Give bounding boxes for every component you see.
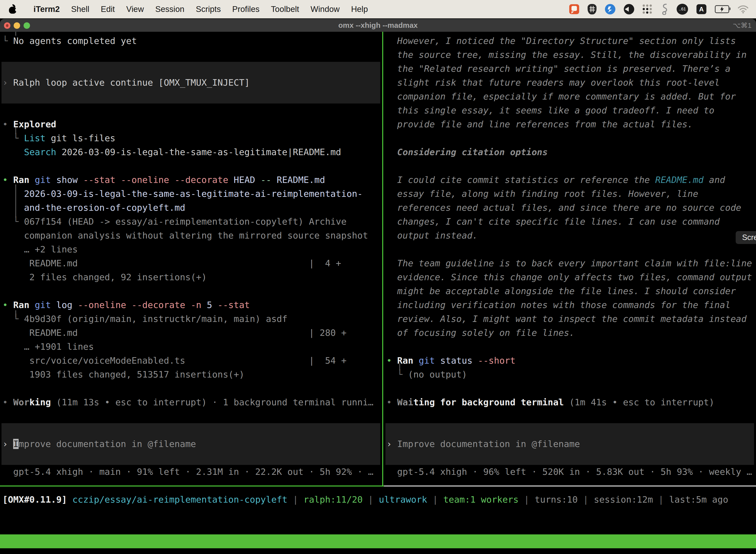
kaleidoscope-icon[interactable] (624, 4, 634, 14)
menu-item-shell[interactable]: Shell (65, 4, 95, 14)
menu-item-iterm2[interactable]: iTerm2 (28, 4, 65, 14)
terminal-row: might be acceptable alongside the file l… (386, 284, 736, 298)
menu-item-view[interactable]: View (121, 4, 149, 14)
terminal-row: └ 067f154 (HEAD -> essay/ai-reimplementa… (2, 215, 346, 229)
terminal-row: • Working (11m 13s • esc to interrupt) ·… (2, 395, 374, 409)
terminal-row: └ List git ls-files (2, 131, 115, 145)
terminal-row: Search 2026-03-09-is-legal-the-same-as-l… (2, 145, 341, 159)
terminal-row: • Ran git log --oneline --decorate -n 5 … (2, 298, 250, 312)
prompt-text: › Improve documentation in @filename (386, 437, 580, 451)
apps-grid-icon[interactable] (643, 4, 652, 14)
menu-item-session[interactable]: Session (149, 4, 190, 14)
terminal-row: Considering citation options (386, 145, 548, 159)
menu-item-scripts[interactable]: Scripts (190, 4, 227, 14)
menu-item-window[interactable]: Window (305, 4, 345, 14)
left-terminal-pane[interactable]: › Ralph loop active continue [OMX_TMUX_I… (0, 32, 382, 486)
screen-tooltip: Scre (736, 231, 756, 244)
terminal-row: the source tree, missing the essay. Stil… (386, 48, 747, 62)
terminal-row: … +2 lines (2, 242, 78, 257)
menu-item-profiles[interactable]: Profiles (227, 4, 265, 14)
pending-injection-box[interactable]: › Ralph loop active continue [OMX_TMUX_I… (1, 62, 380, 104)
terminal-row: evidence. Since this change only affects… (386, 270, 752, 284)
right-terminal-pane[interactable]: › Improve documentation in @filename gpt… (384, 32, 756, 486)
screenshot-app-icon[interactable] (569, 4, 579, 14)
terminal-row: src/voice/voiceModeEnabled.ts | 54 + (2, 354, 346, 368)
terminal-row: companion analysis without altering the … (2, 229, 368, 242)
terminal-row: this single essay, it seems like a good … (386, 104, 714, 117)
terminal-row: README.md | 4 + (2, 257, 341, 270)
squiggle-icon[interactable] (661, 3, 668, 15)
tmux-status-bar: [omx-cczip0:bash* "MacBook-Pro-44.local"… (0, 535, 756, 548)
omx-status-line: [OMX#0.11.9] cczip/essay/ai-reimplementa… (2, 493, 728, 507)
tooltip-text: Scre (742, 233, 756, 242)
terminal-row: I could cite commit statistics or refere… (386, 173, 725, 187)
battery-icon[interactable] (715, 5, 729, 13)
terminal-row: • Explored (2, 117, 56, 131)
terminal-row: └ 4b9d30f (origin/main, instructkr/main,… (2, 312, 288, 326)
menu-bar: iTerm2ShellEditViewSessionScriptsProfile… (0, 0, 756, 18)
terminal-row: • Ran git show --stat --oneline --decora… (2, 173, 325, 187)
terminal-row: • Waiting for background terminal (1m 41… (386, 395, 714, 409)
terminal-row: The team guideline is to back every impo… (386, 257, 752, 270)
terminal-row: changes, I can't cite specific file line… (386, 215, 720, 229)
blue-badge-icon[interactable] (605, 4, 615, 14)
injection-text: › Ralph loop active continue [OMX_TMUX_I… (2, 76, 250, 90)
terminal-row: output instead. (386, 229, 478, 242)
prompt-input-right[interactable]: › Improve documentation in @filename (385, 423, 754, 465)
terminal-row: the "Related research writing" section i… (386, 62, 731, 76)
input-source-icon[interactable]: A (696, 4, 706, 14)
terminal: › Ralph loop active continue [OMX_TMUX_I… (0, 32, 756, 535)
privacy-shield-icon[interactable] (587, 4, 596, 14)
terminal-row: … +1901 lines (2, 340, 94, 354)
terminal-row: └ (no output) (386, 368, 467, 382)
session-status-left: gpt-5.4 xhigh · main · 91% left · 2.31M … (2, 465, 374, 479)
battery-percent-badge[interactable]: ..61 (677, 4, 688, 15)
terminal-row: 2 files changed, 92 insertions(+) (2, 270, 207, 284)
window-shortcut-badge: ⌥⌘1 (733, 21, 752, 30)
window-title-bar: omx --xhigh --madmax ⌥⌘1 (0, 19, 756, 32)
menu-item-toolbelt[interactable]: Toolbelt (265, 4, 305, 14)
terminal-row: 2026-03-09-is-legal-the-same-as-legitima… (2, 187, 363, 201)
session-status-right: gpt-5.4 xhigh · 96% left · 520K in · 5.8… (386, 465, 752, 479)
app-menus: iTerm2ShellEditViewSessionScriptsProfile… (28, 4, 374, 14)
terminal-row: references need actual files, and since … (386, 201, 741, 215)
menu-item-help[interactable]: Help (345, 4, 374, 14)
terminal-row: and-the-erosion-of-copyleft.md (2, 201, 185, 215)
menu-item-edit[interactable]: Edit (95, 4, 121, 14)
active-pane-border (0, 486, 384, 487)
prompt-text: › Improve documentation in @filename (2, 437, 196, 451)
terminal-row: slight risk that future readers may over… (386, 76, 720, 90)
window-title: omx --xhigh --madmax (0, 21, 756, 30)
terminal-row: provide file and line references from th… (386, 117, 693, 131)
terminal-row: of focusing solely on file lines. (386, 326, 575, 340)
terminal-row: However, I noticed the "Directory Struct… (386, 34, 736, 48)
terminal-row: 1903 files changed, 513517 insertions(+) (2, 368, 244, 382)
terminal-row: companion file, especially if more comme… (386, 90, 736, 104)
terminal-row: • Ran git status --short (386, 354, 515, 368)
terminal-row: └ No agents completed yet (2, 34, 137, 48)
terminal-row: including verification notes with those … (386, 298, 731, 312)
inactive-pane-border (384, 486, 756, 487)
apple-logo-icon[interactable] (8, 4, 17, 14)
menu-status-icons: ..61 A (569, 3, 749, 15)
pane-divider[interactable] (382, 32, 383, 486)
wifi-icon[interactable] (738, 5, 749, 13)
terminal-row: README.md | 280 + (2, 326, 346, 340)
terminal-row: essay file, along with finding root file… (386, 187, 698, 201)
prompt-input-left[interactable]: › Improve documentation in @filename (1, 423, 380, 465)
tmux-session-label: [omx-cczip0:bash* (2, 548, 93, 554)
terminal-row: review. Also, I might want to inspect th… (386, 312, 747, 326)
